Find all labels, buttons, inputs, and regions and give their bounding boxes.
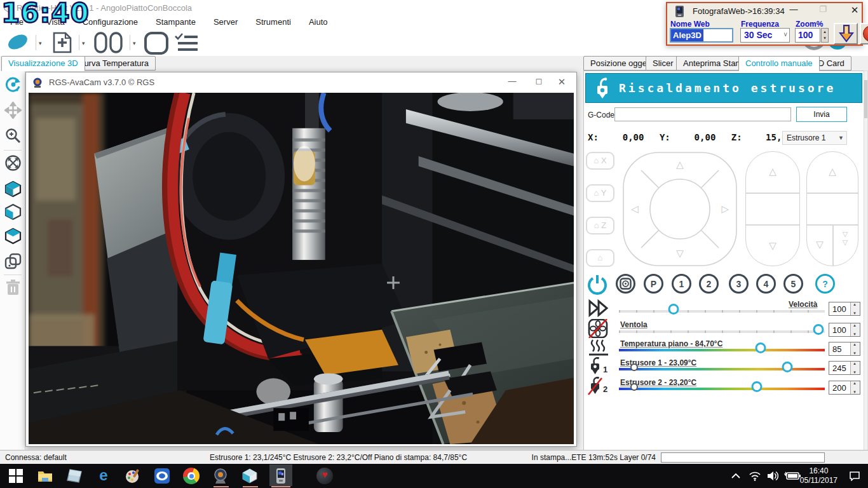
- isometric-view-icon[interactable]: [4, 180, 22, 198]
- action-center-icon[interactable]: [849, 471, 860, 481]
- z-down-arrow-icon[interactable]: ▽: [746, 240, 799, 252]
- rgs-avacam-icon[interactable]: [212, 468, 229, 484]
- tab-controllo-manuale[interactable]: Controllo manuale: [738, 56, 820, 71]
- trash-icon[interactable]: [4, 279, 22, 296]
- front-view-icon[interactable]: [4, 203, 22, 220]
- speed-slider[interactable]: [619, 310, 825, 313]
- spin-arrows-icon[interactable]: [850, 362, 860, 374]
- z-up-arrow-icon[interactable]: △: [746, 166, 799, 177]
- park-button[interactable]: P: [644, 274, 663, 294]
- print-dropdown-icon[interactable]: ▾: [133, 40, 136, 46]
- bed-temp-spinbox[interactable]: 85: [829, 342, 860, 356]
- home-z-button[interactable]: ⌂ Z: [586, 217, 614, 234]
- tab-slicer[interactable]: Slicer: [646, 56, 681, 71]
- tray-clock[interactable]: 16:40 05/11/2017: [800, 466, 837, 485]
- file-explorer-icon[interactable]: [37, 468, 53, 484]
- spin-arrows-icon[interactable]: [850, 302, 860, 315]
- extruder2-temp-slider-handle[interactable]: [752, 381, 763, 392]
- wifi-icon[interactable]: [749, 471, 761, 481]
- fw-minimize-button[interactable]: —: [785, 4, 802, 14]
- speed-slider-handle[interactable]: [668, 304, 679, 315]
- fan-slider-handle[interactable]: [813, 324, 824, 335]
- preset-4-button[interactable]: 4: [756, 274, 776, 294]
- z-move-pad[interactable]: △ ▽: [745, 151, 800, 266]
- fw-close-button[interactable]: ✕: [846, 4, 863, 16]
- y-minus-arrow-icon[interactable]: ▽: [622, 248, 738, 259]
- home-y-button[interactable]: ⌂ Y: [586, 184, 614, 202]
- motors-off-button[interactable]: [616, 274, 635, 294]
- volume-icon[interactable]: [766, 470, 779, 482]
- edge-browser-icon[interactable]: e: [95, 468, 112, 484]
- menu-stampante[interactable]: Stampante: [149, 16, 203, 28]
- extrude-arrow-icon[interactable]: ▽: [807, 239, 832, 250]
- stop-print-icon[interactable]: [142, 31, 170, 55]
- speed-spinbox[interactable]: 100: [829, 302, 860, 316]
- rotate-view-icon[interactable]: [4, 76, 22, 93]
- extrude-fast-arrow-icon[interactable]: ▽▽: [832, 230, 858, 247]
- tray-expand-icon[interactable]: [731, 473, 741, 479]
- zoom-percent-spinbox[interactable]: 100: [795, 28, 820, 43]
- webcam-close-button[interactable]: ✕: [552, 76, 571, 89]
- tab-visualizzazione-3d[interactable]: Visualizzazione 3D: [1, 56, 85, 71]
- extruder2-temp-slider[interactable]: [619, 388, 825, 390]
- repetier-host-icon[interactable]: [241, 468, 258, 484]
- load-file-icon[interactable]: [50, 31, 75, 54]
- extruder2-temp-spinbox[interactable]: 200: [829, 381, 860, 395]
- extrude-pad[interactable]: △ ▽ ▽▽: [806, 151, 858, 266]
- bed-temp-slider[interactable]: [619, 349, 825, 351]
- preset-3-button[interactable]: 3: [729, 274, 749, 294]
- teamviewer-icon[interactable]: [154, 468, 170, 484]
- y-plus-arrow-icon[interactable]: △: [622, 159, 738, 170]
- layers-icon[interactable]: [4, 253, 22, 270]
- paint-icon[interactable]: [125, 468, 141, 484]
- move-view-icon[interactable]: [4, 102, 22, 119]
- capture-now-button[interactable]: [834, 23, 858, 44]
- extruder-select[interactable]: Estrusore 1▼: [782, 131, 847, 145]
- print-job-icon[interactable]: [93, 31, 126, 54]
- spin-arrows-icon[interactable]: [850, 342, 860, 355]
- retract-arrow-icon[interactable]: △: [807, 166, 858, 177]
- connect-dropdown-icon[interactable]: ▾: [39, 40, 42, 46]
- bed-temp-slider-handle[interactable]: [756, 342, 766, 353]
- card-game-icon[interactable]: ♥: [316, 468, 333, 484]
- preset-1-button[interactable]: 1: [672, 274, 691, 294]
- home-x-button[interactable]: ⌂ X: [586, 152, 614, 170]
- start-button[interactable]: [8, 468, 24, 484]
- menu-strumenti[interactable]: Strumenti: [249, 16, 299, 28]
- x-plus-arrow-icon[interactable]: ▷: [721, 203, 729, 215]
- load-dropdown-icon[interactable]: ▾: [82, 40, 85, 46]
- connect-icon[interactable]: [5, 31, 32, 53]
- zoom-view-icon[interactable]: [4, 127, 22, 144]
- webcam-minimize-button[interactable]: —: [503, 76, 522, 89]
- extruder1-temp-slider-handle[interactable]: [782, 362, 793, 372]
- zoom-spin-arrows[interactable]: ▲▼: [821, 28, 829, 43]
- spin-arrows-icon[interactable]: [850, 323, 860, 336]
- preset-5-button[interactable]: 5: [783, 274, 803, 294]
- stop-capture-button[interactable]: ✕: [860, 23, 868, 44]
- home-all-button[interactable]: ⌂: [586, 249, 614, 267]
- menu-aiuto[interactable]: Aiuto: [302, 16, 336, 28]
- nome-web-input[interactable]: Alep3D: [670, 28, 733, 43]
- battery-charging-icon[interactable]: [784, 471, 801, 480]
- fw-maximize-button[interactable]: ❐: [815, 4, 831, 14]
- frequenza-select[interactable]: 30 Sec ˅: [740, 28, 790, 43]
- send-gcode-button[interactable]: Invia: [796, 107, 847, 122]
- gcode-input[interactable]: [614, 107, 791, 121]
- extruder1-temp-slider[interactable]: [619, 368, 825, 370]
- fotografaweb-icon[interactable]: [273, 468, 289, 484]
- power-button[interactable]: [587, 274, 608, 295]
- panel-scrollbar[interactable]: [864, 71, 868, 451]
- help-button[interactable]: ?: [815, 274, 835, 294]
- fit-view-icon[interactable]: [4, 154, 22, 172]
- extruder1-temp-spinbox[interactable]: 245: [829, 361, 860, 375]
- fan-spinbox[interactable]: 100: [829, 323, 860, 337]
- fan-slider[interactable]: [619, 330, 825, 333]
- chrome-icon[interactable]: [183, 468, 200, 484]
- spin-arrows-icon[interactable]: [850, 381, 860, 394]
- xy-move-pad[interactable]: △ ▽ ◁ ▷: [622, 151, 738, 267]
- menu-server[interactable]: Server: [207, 16, 245, 28]
- webcam-title-bar[interactable]: RGS-AvaCam v3.7.0 © RGS — ◻ ✕: [26, 72, 576, 93]
- x-minus-arrow-icon[interactable]: ◁: [631, 203, 639, 215]
- glass-viewer-icon[interactable]: [66, 468, 83, 484]
- webcam-maximize-button[interactable]: ◻: [529, 76, 548, 89]
